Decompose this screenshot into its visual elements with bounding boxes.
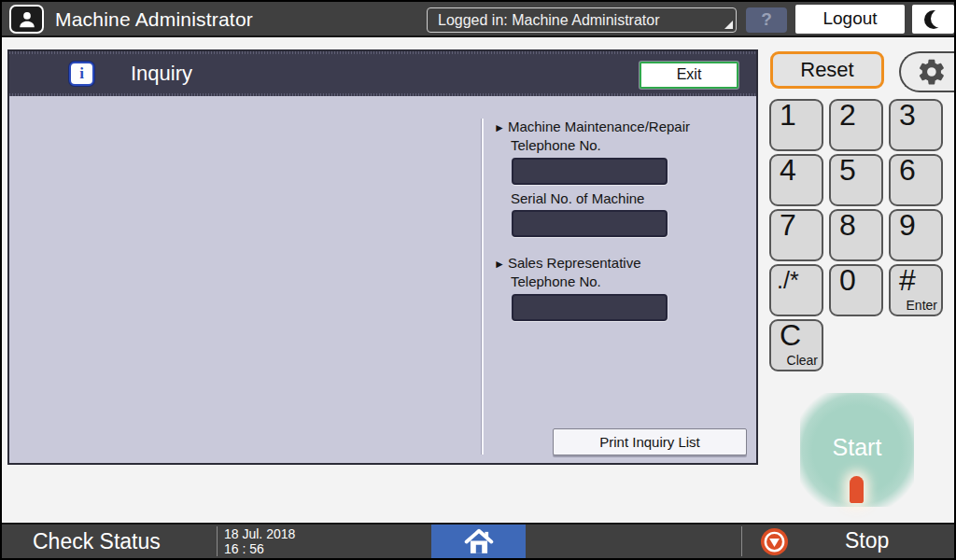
home-button[interactable] — [431, 525, 526, 558]
key-label: 6 — [899, 153, 916, 188]
bottom-divider — [217, 526, 218, 556]
reset-button[interactable]: Reset — [770, 51, 884, 89]
page-title: Machine Administrator — [55, 2, 253, 37]
keypad-key-dot-star[interactable]: ./* — [769, 264, 823, 316]
key-label: 2 — [839, 98, 856, 133]
keypad-key-1[interactable]: 1 — [769, 99, 823, 151]
start-button-label: Start — [833, 434, 882, 467]
touch-screen: Machine Administrator Logged in: Machine… — [0, 0, 956, 560]
energy-saver-button[interactable] — [912, 5, 954, 34]
user-button[interactable] — [9, 5, 44, 34]
inquiry-content: ►Machine Maintenance/Repair Telephone No… — [9, 96, 756, 463]
section-title-label: Sales Representative — [508, 255, 641, 271]
keypad-key-9[interactable]: 9 — [889, 209, 943, 261]
inquiry-panel: i Inquiry Exit ►Machine Maintenance/Repa… — [7, 49, 758, 465]
keypad-key-hash-enter[interactable]: #Enter — [889, 264, 943, 316]
key-label: C — [780, 318, 801, 353]
print-inquiry-list-button[interactable]: Print Inquiry List — [553, 428, 747, 455]
section-title-maintenance: ►Machine Maintenance/Repair — [494, 119, 690, 134]
logout-button[interactable]: Logout — [795, 5, 905, 34]
field-label-maintenance-telephone: Telephone No. — [511, 137, 601, 153]
exit-button[interactable]: Exit — [640, 62, 738, 89]
key-label: 7 — [780, 208, 796, 243]
key-sub-label: Clear — [787, 353, 818, 368]
vertical-divider — [481, 119, 484, 455]
section-arrow-icon: ► — [494, 258, 505, 271]
keypad-key-0[interactable]: 0 — [829, 264, 883, 316]
top-bar: Machine Administrator Logged in: Machine… — [2, 2, 954, 37]
help-button[interactable]: ? — [746, 7, 787, 33]
settings-button[interactable] — [899, 51, 956, 92]
keypad-key-3[interactable]: 3 — [889, 99, 943, 151]
inquiry-title: Inquiry — [131, 51, 192, 96]
gear-icon — [917, 57, 947, 87]
keypad-key-7[interactable]: 7 — [769, 209, 823, 261]
start-indicator-light — [850, 476, 864, 503]
dropdown-corner-icon — [724, 21, 733, 29]
key-label: 4 — [780, 153, 796, 188]
login-status-label: Logged in: Machine Administrator — [438, 12, 659, 28]
check-status-button[interactable]: Check Status — [2, 525, 215, 558]
home-icon — [462, 526, 496, 556]
stop-button-label: Stop — [845, 525, 889, 558]
key-label: 1 — [780, 98, 796, 133]
key-label: 3 — [899, 98, 916, 133]
key-label: 5 — [839, 153, 856, 188]
field-label-serial-no: Serial No. of Machine — [511, 190, 644, 206]
sales-telephone-input[interactable] — [512, 294, 668, 321]
time-label: 16 : 56 — [224, 541, 295, 556]
key-label: # — [899, 263, 916, 298]
field-label-sales-telephone: Telephone No. — [511, 273, 601, 289]
serial-no-input[interactable] — [512, 210, 668, 237]
key-label: 0 — [839, 263, 856, 298]
user-icon — [17, 9, 37, 30]
inquiry-panel-header: i Inquiry Exit — [9, 51, 756, 96]
key-label: ./* — [777, 267, 799, 294]
stop-button[interactable]: Stop — [742, 525, 956, 558]
keypad-key-4[interactable]: 4 — [769, 154, 823, 206]
key-label: 8 — [839, 208, 856, 243]
bottom-bar: Check Status 18 Jul. 2018 16 : 56 Stop — [2, 523, 954, 558]
section-title-sales: ►Sales Representative — [494, 255, 640, 271]
date-label: 18 Jul. 2018 — [224, 526, 295, 541]
start-button[interactable]: Start — [800, 393, 914, 507]
keypad-key-8[interactable]: 8 — [829, 209, 883, 261]
moon-icon — [924, 10, 943, 29]
info-icon: i — [69, 62, 94, 86]
keypad-key-2[interactable]: 2 — [829, 99, 883, 151]
stop-icon — [761, 528, 788, 555]
keypad-key-6[interactable]: 6 — [889, 154, 943, 206]
section-arrow-icon: ► — [494, 121, 505, 134]
keypad-key-clear[interactable]: CClear — [769, 319, 823, 371]
keypad-key-5[interactable]: 5 — [829, 154, 883, 206]
section-title-label: Machine Maintenance/Repair — [508, 119, 690, 134]
maintenance-telephone-input[interactable] — [512, 158, 668, 185]
login-status-dropdown[interactable]: Logged in: Machine Administrator — [427, 7, 737, 33]
key-sub-label: Enter — [907, 298, 937, 313]
key-label: 9 — [899, 208, 916, 243]
datetime-display: 18 Jul. 2018 16 : 56 — [224, 526, 295, 556]
